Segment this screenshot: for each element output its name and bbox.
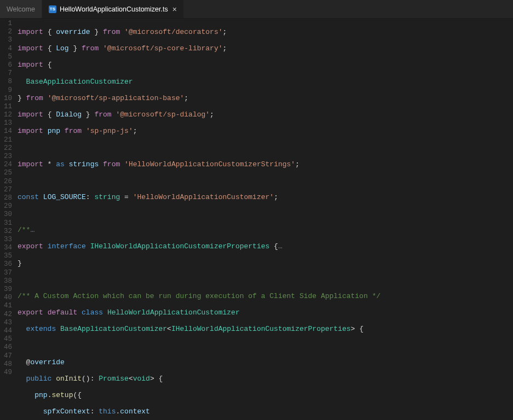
line-number: 6 (0, 61, 18, 69)
line-number: 27 (0, 186, 18, 194)
line-number: 10 (0, 95, 18, 103)
line-number: 21 (0, 136, 18, 144)
editor-tab-bar: Welcome TS HelloWorldApplicationCustomiz… (0, 0, 513, 19)
line-number: 24 (0, 161, 18, 169)
line-number: 33 (0, 236, 18, 244)
line-number: 23 (0, 153, 18, 161)
code-content[interactable]: import { override } from '@microsoft/dec… (18, 19, 513, 420)
line-number: 36 (0, 260, 18, 269)
tab-label: Welcome (7, 5, 35, 13)
line-number: 13 (0, 119, 18, 127)
code-editor[interactable]: 1234567891011121314212223242526272829303… (0, 19, 513, 420)
tab-welcome[interactable]: Welcome (0, 0, 42, 18)
line-number: 26 (0, 178, 18, 186)
line-number: 43 (0, 319, 18, 327)
line-number: 8 (0, 78, 18, 86)
line-number: 3 (0, 36, 18, 44)
line-number: 40 (0, 294, 18, 302)
line-number: 45 (0, 335, 18, 343)
line-number: 32 (0, 228, 18, 236)
line-number: 31 (0, 219, 18, 228)
line-number: 37 (0, 269, 18, 277)
line-number: 5 (0, 53, 18, 61)
line-number: 38 (0, 277, 18, 285)
line-number: 4 (0, 45, 18, 53)
line-number: 2 (0, 28, 18, 36)
line-number: 34 (0, 244, 18, 252)
line-number: 1 (0, 20, 18, 28)
line-number: 25 (0, 169, 18, 177)
line-number: 28 (0, 194, 18, 202)
line-number: 44 (0, 327, 18, 335)
line-number: 35 (0, 252, 18, 260)
line-number: 39 (0, 285, 18, 294)
tab-label: HelloWorldApplicationCustomizer.ts (60, 5, 168, 13)
line-number: 12 (0, 111, 18, 119)
line-number: 7 (0, 69, 18, 78)
line-number: 30 (0, 211, 18, 219)
line-number: 29 (0, 202, 18, 211)
line-number-gutter: 1234567891011121314212223242526272829303… (0, 19, 18, 420)
line-number: 11 (0, 103, 18, 111)
tab-active-file[interactable]: TS HelloWorldApplicationCustomizer.ts × (42, 0, 183, 18)
line-number: 41 (0, 302, 18, 310)
line-number: 47 (0, 352, 18, 360)
line-number: 22 (0, 144, 18, 153)
line-number: 49 (0, 369, 18, 377)
typescript-icon: TS (49, 5, 56, 13)
line-number: 42 (0, 311, 18, 319)
line-number: 9 (0, 86, 18, 95)
line-number: 48 (0, 360, 18, 369)
line-number: 14 (0, 127, 18, 136)
close-icon[interactable]: × (172, 5, 177, 14)
line-number: 46 (0, 343, 18, 352)
